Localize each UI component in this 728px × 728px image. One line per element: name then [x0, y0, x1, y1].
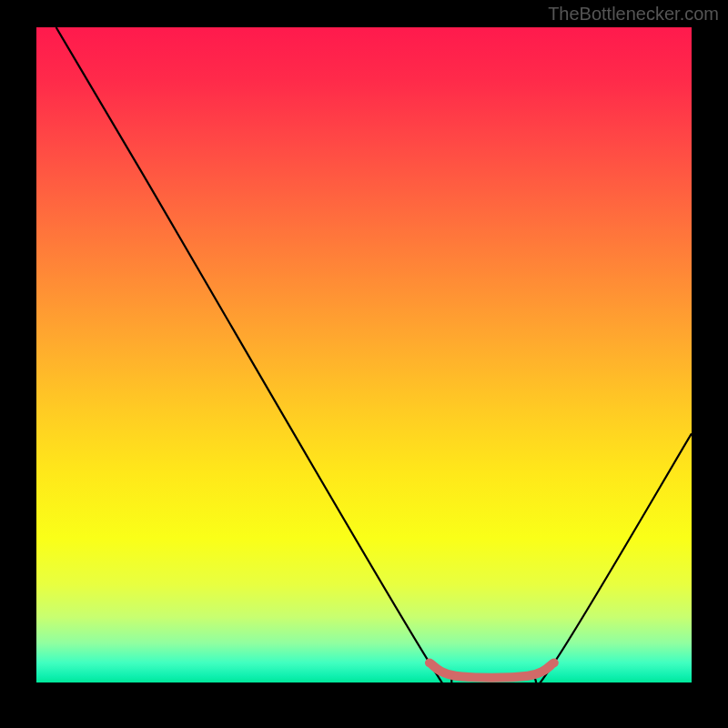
bottleneck-curve	[56, 27, 692, 682]
chart-plot-area	[36, 27, 692, 682]
chart-svg	[36, 27, 692, 682]
optimal-range-highlight	[430, 662, 554, 677]
attribution-text: TheBottlenecker.com	[548, 4, 719, 25]
